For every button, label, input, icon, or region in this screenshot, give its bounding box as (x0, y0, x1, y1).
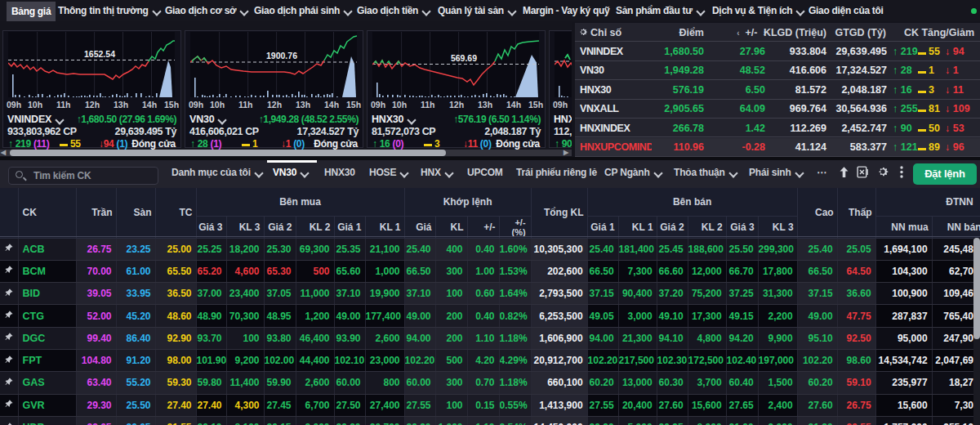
svg-text:1652.54: 1652.54 (84, 49, 115, 59)
svg-text:569.69: 569.69 (451, 53, 477, 63)
svg-text:1900.76: 1900.76 (266, 51, 297, 60)
